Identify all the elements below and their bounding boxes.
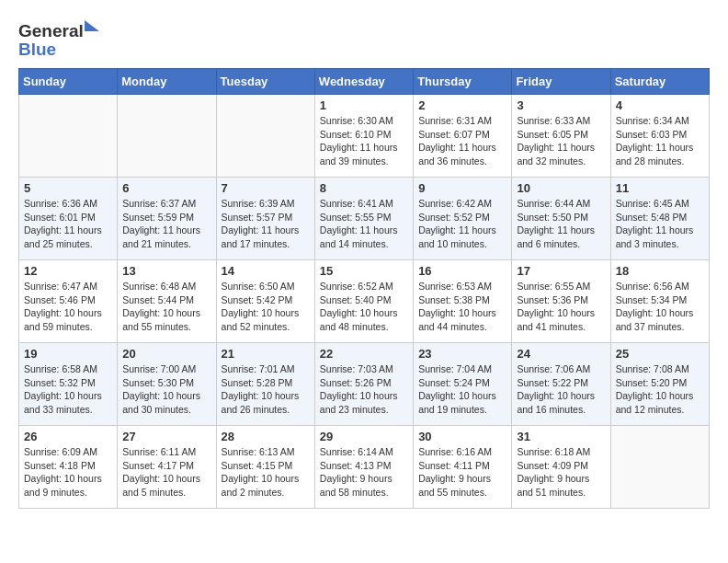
day-number: 12 bbox=[24, 264, 112, 278]
day-info: Sunrise: 6:45 AM Sunset: 5:48 PM Dayligh… bbox=[616, 197, 704, 251]
day-number: 24 bbox=[517, 347, 605, 361]
calendar-cell: 22Sunrise: 7:03 AM Sunset: 5:26 PM Dayli… bbox=[314, 343, 413, 426]
day-number: 18 bbox=[616, 264, 704, 278]
day-info: Sunrise: 6:48 AM Sunset: 5:44 PM Dayligh… bbox=[122, 280, 210, 334]
calendar-cell: 14Sunrise: 6:50 AM Sunset: 5:42 PM Dayli… bbox=[216, 260, 314, 343]
day-info: Sunrise: 6:14 AM Sunset: 4:13 PM Dayligh… bbox=[320, 445, 408, 500]
calendar-cell: 13Sunrise: 6:48 AM Sunset: 5:44 PM Dayli… bbox=[118, 260, 216, 343]
calendar-cell: 6Sunrise: 6:37 AM Sunset: 5:59 PM Daylig… bbox=[118, 178, 216, 260]
day-number: 6 bbox=[122, 181, 210, 195]
day-info: Sunrise: 6:31 AM Sunset: 6:07 PM Dayligh… bbox=[418, 114, 506, 168]
day-number: 23 bbox=[418, 347, 506, 361]
day-number: 4 bbox=[616, 98, 704, 112]
header-row: SundayMondayTuesdayWednesdayThursdayFrid… bbox=[19, 69, 710, 95]
day-header-sunday: Sunday bbox=[19, 69, 118, 95]
day-info: Sunrise: 7:08 AM Sunset: 5:20 PM Dayligh… bbox=[616, 362, 704, 417]
day-info: Sunrise: 6:56 AM Sunset: 5:34 PM Dayligh… bbox=[616, 280, 704, 334]
calendar-cell: 26Sunrise: 6:09 AM Sunset: 4:18 PM Dayli… bbox=[19, 426, 118, 509]
day-header-thursday: Thursday bbox=[414, 69, 512, 95]
page-header: GeneralBlue bbox=[18, 18, 710, 59]
day-number: 26 bbox=[24, 430, 112, 443]
week-row-4: 19Sunrise: 6:58 AM Sunset: 5:32 PM Dayli… bbox=[19, 343, 710, 426]
day-number: 9 bbox=[418, 181, 506, 195]
day-info: Sunrise: 6:18 AM Sunset: 4:09 PM Dayligh… bbox=[517, 445, 605, 500]
day-info: Sunrise: 6:42 AM Sunset: 5:52 PM Dayligh… bbox=[418, 197, 506, 251]
day-number: 14 bbox=[222, 264, 310, 278]
day-header-wednesday: Wednesday bbox=[314, 69, 413, 95]
calendar-cell: 8Sunrise: 6:41 AM Sunset: 5:55 PM Daylig… bbox=[314, 178, 413, 260]
day-number: 20 bbox=[122, 347, 210, 361]
day-info: Sunrise: 6:34 AM Sunset: 6:03 PM Dayligh… bbox=[616, 114, 704, 168]
day-info: Sunrise: 6:39 AM Sunset: 5:57 PM Dayligh… bbox=[222, 197, 310, 251]
day-info: Sunrise: 6:09 AM Sunset: 4:18 PM Dayligh… bbox=[24, 445, 112, 500]
day-info: Sunrise: 6:33 AM Sunset: 6:05 PM Dayligh… bbox=[517, 114, 605, 168]
calendar-cell: 7Sunrise: 6:39 AM Sunset: 5:57 PM Daylig… bbox=[216, 178, 314, 260]
day-info: Sunrise: 6:30 AM Sunset: 6:10 PM Dayligh… bbox=[320, 114, 408, 168]
day-info: Sunrise: 7:03 AM Sunset: 5:26 PM Dayligh… bbox=[320, 362, 408, 417]
day-number: 10 bbox=[517, 181, 605, 195]
day-number: 13 bbox=[122, 264, 210, 278]
calendar-cell: 4Sunrise: 6:34 AM Sunset: 6:03 PM Daylig… bbox=[610, 95, 709, 178]
calendar-cell: 20Sunrise: 7:00 AM Sunset: 5:30 PM Dayli… bbox=[118, 343, 216, 426]
calendar-table: SundayMondayTuesdayWednesdayThursdayFrid… bbox=[18, 68, 710, 509]
day-number: 28 bbox=[222, 430, 310, 443]
calendar-cell: 10Sunrise: 6:44 AM Sunset: 5:50 PM Dayli… bbox=[512, 178, 610, 260]
day-info: Sunrise: 7:01 AM Sunset: 5:28 PM Dayligh… bbox=[222, 362, 310, 417]
day-number: 22 bbox=[320, 347, 408, 361]
calendar-cell bbox=[118, 95, 216, 178]
day-number: 11 bbox=[616, 181, 704, 195]
day-info: Sunrise: 6:37 AM Sunset: 5:59 PM Dayligh… bbox=[122, 197, 210, 251]
calendar-cell: 30Sunrise: 6:16 AM Sunset: 4:11 PM Dayli… bbox=[414, 426, 512, 509]
day-number: 19 bbox=[24, 347, 112, 361]
calendar-cell: 9Sunrise: 6:42 AM Sunset: 5:52 PM Daylig… bbox=[414, 178, 512, 260]
logo-svg: GeneralBlue bbox=[18, 18, 110, 59]
calendar-cell: 24Sunrise: 7:06 AM Sunset: 5:22 PM Dayli… bbox=[512, 343, 610, 426]
calendar-cell: 5Sunrise: 6:36 AM Sunset: 6:01 PM Daylig… bbox=[19, 178, 118, 260]
calendar-cell bbox=[19, 95, 118, 178]
calendar-cell: 15Sunrise: 6:52 AM Sunset: 5:40 PM Dayli… bbox=[314, 260, 413, 343]
day-info: Sunrise: 7:04 AM Sunset: 5:24 PM Dayligh… bbox=[418, 362, 506, 417]
day-header-tuesday: Tuesday bbox=[216, 69, 314, 95]
day-number: 21 bbox=[222, 347, 310, 361]
day-info: Sunrise: 6:41 AM Sunset: 5:55 PM Dayligh… bbox=[320, 197, 408, 251]
calendar-cell bbox=[216, 95, 314, 178]
day-number: 30 bbox=[418, 430, 506, 443]
day-info: Sunrise: 6:36 AM Sunset: 6:01 PM Dayligh… bbox=[24, 197, 112, 251]
day-info: Sunrise: 6:13 AM Sunset: 4:15 PM Dayligh… bbox=[222, 445, 310, 500]
day-info: Sunrise: 6:50 AM Sunset: 5:42 PM Dayligh… bbox=[222, 280, 310, 334]
calendar-cell: 25Sunrise: 7:08 AM Sunset: 5:20 PM Dayli… bbox=[610, 343, 709, 426]
calendar-cell: 27Sunrise: 6:11 AM Sunset: 4:17 PM Dayli… bbox=[118, 426, 216, 509]
day-info: Sunrise: 6:16 AM Sunset: 4:11 PM Dayligh… bbox=[418, 445, 506, 500]
calendar-cell: 29Sunrise: 6:14 AM Sunset: 4:13 PM Dayli… bbox=[314, 426, 413, 509]
week-row-1: 1Sunrise: 6:30 AM Sunset: 6:10 PM Daylig… bbox=[19, 95, 710, 178]
day-info: Sunrise: 6:58 AM Sunset: 5:32 PM Dayligh… bbox=[24, 362, 112, 417]
day-number: 15 bbox=[320, 264, 408, 278]
day-number: 3 bbox=[517, 98, 605, 112]
week-row-5: 26Sunrise: 6:09 AM Sunset: 4:18 PM Dayli… bbox=[19, 426, 710, 509]
day-info: Sunrise: 6:53 AM Sunset: 5:38 PM Dayligh… bbox=[418, 280, 506, 334]
svg-text:General: General bbox=[18, 21, 84, 40]
calendar-cell: 21Sunrise: 7:01 AM Sunset: 5:28 PM Dayli… bbox=[216, 343, 314, 426]
day-header-friday: Friday bbox=[512, 69, 610, 95]
week-row-2: 5Sunrise: 6:36 AM Sunset: 6:01 PM Daylig… bbox=[19, 178, 710, 260]
day-number: 7 bbox=[222, 181, 310, 195]
day-info: Sunrise: 7:00 AM Sunset: 5:30 PM Dayligh… bbox=[122, 362, 210, 417]
day-number: 25 bbox=[616, 347, 704, 361]
day-number: 31 bbox=[517, 430, 605, 443]
day-info: Sunrise: 6:52 AM Sunset: 5:40 PM Dayligh… bbox=[320, 280, 408, 334]
day-number: 8 bbox=[320, 181, 408, 195]
calendar-cell: 11Sunrise: 6:45 AM Sunset: 5:48 PM Dayli… bbox=[610, 178, 709, 260]
calendar-cell: 23Sunrise: 7:04 AM Sunset: 5:24 PM Dayli… bbox=[414, 343, 512, 426]
calendar-cell: 31Sunrise: 6:18 AM Sunset: 4:09 PM Dayli… bbox=[512, 426, 610, 509]
week-row-3: 12Sunrise: 6:47 AM Sunset: 5:46 PM Dayli… bbox=[19, 260, 710, 343]
day-number: 16 bbox=[418, 264, 506, 278]
svg-marker-0 bbox=[85, 20, 99, 31]
calendar-cell bbox=[610, 426, 709, 509]
day-number: 17 bbox=[517, 264, 605, 278]
calendar-cell: 2Sunrise: 6:31 AM Sunset: 6:07 PM Daylig… bbox=[414, 95, 512, 178]
day-info: Sunrise: 6:55 AM Sunset: 5:36 PM Dayligh… bbox=[517, 280, 605, 334]
calendar-cell: 16Sunrise: 6:53 AM Sunset: 5:38 PM Dayli… bbox=[414, 260, 512, 343]
day-header-saturday: Saturday bbox=[610, 69, 709, 95]
day-header-monday: Monday bbox=[118, 69, 216, 95]
day-number: 29 bbox=[320, 430, 408, 443]
